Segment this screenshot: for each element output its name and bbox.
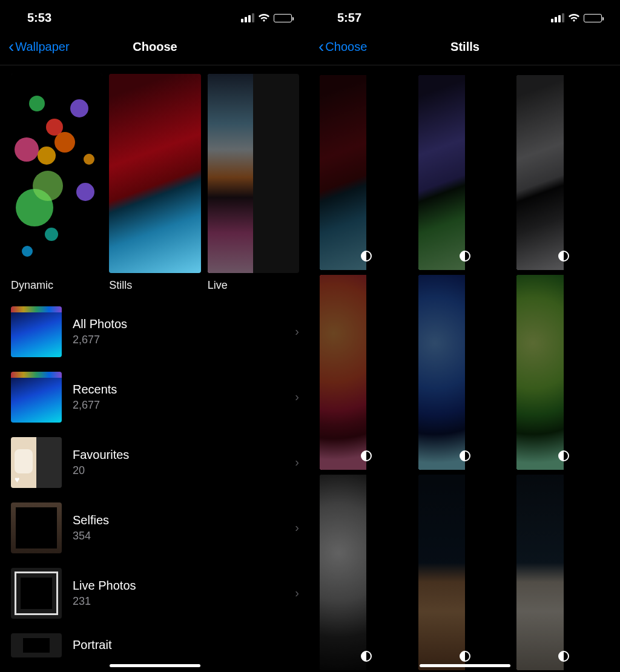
chevron-right-icon: › (295, 390, 310, 404)
album-title: All Photos (73, 317, 284, 331)
album-row-recents[interactable]: Recents 2,677 › (11, 364, 310, 430)
battery-icon (584, 14, 602, 22)
status-icons (241, 13, 292, 22)
wallpaper-tile[interactable] (418, 75, 512, 270)
album-count: 231 (73, 595, 284, 608)
chevron-right-icon: › (295, 586, 310, 600)
album-thumb (11, 633, 62, 657)
stills-grid (310, 65, 620, 670)
back-label: Wallpaper (15, 40, 69, 54)
album-row-favourites[interactable]: ♥ Favourites 20 › (11, 430, 310, 495)
appearance-icon (460, 651, 470, 662)
wallpaper-tile[interactable] (516, 275, 610, 470)
screen-choose: 5:53 ‹ Wallpaper Choose (0, 0, 310, 672)
appearance-icon (558, 251, 569, 262)
category-stills[interactable]: Stills (109, 74, 200, 292)
album-count: 2,677 (73, 334, 284, 346)
appearance-icon (460, 450, 470, 461)
appearance-icon (558, 450, 569, 461)
back-button[interactable]: ‹ Choose (318, 38, 367, 55)
appearance-icon (361, 450, 372, 461)
wifi-icon (568, 14, 580, 22)
album-thumb (11, 502, 62, 553)
album-title: Favourites (73, 448, 284, 462)
album-thumb (11, 372, 62, 423)
wallpaper-tile[interactable] (320, 75, 414, 270)
wallpaper-tile[interactable] (320, 475, 414, 670)
album-title: Portrait (73, 638, 310, 652)
status-bar: 5:53 (0, 0, 310, 31)
appearance-icon (460, 251, 470, 262)
album-title: Live Photos (73, 579, 284, 593)
category-live[interactable]: Live (208, 74, 299, 292)
album-row-all-photos[interactable]: All Photos 2,677 › (11, 299, 310, 364)
album-count: 20 (73, 464, 284, 477)
category-row: Dynamic Stills Live (0, 65, 310, 297)
nav-bar: ‹ Wallpaper Choose (0, 31, 310, 65)
album-row-live-photos[interactable]: Live Photos 231 › (11, 561, 310, 626)
status-time: 5:57 (337, 11, 361, 25)
status-time: 5:53 (27, 11, 51, 25)
chevron-right-icon: › (295, 521, 310, 535)
wallpaper-tile[interactable] (418, 475, 512, 670)
status-bar: 5:57 (310, 0, 620, 31)
home-indicator[interactable] (420, 664, 510, 667)
wallpaper-tile[interactable] (418, 275, 512, 470)
signal-icon (551, 13, 564, 22)
wallpaper-tile[interactable] (516, 75, 610, 270)
nav-bar: ‹ Choose Stills (310, 31, 620, 65)
category-label: Live (208, 279, 299, 292)
back-button[interactable]: ‹ Wallpaper (8, 38, 70, 55)
appearance-icon (558, 651, 569, 662)
category-dynamic[interactable]: Dynamic (11, 74, 102, 292)
album-title: Selfies (73, 513, 284, 527)
wifi-icon (258, 14, 270, 22)
page-title: Stills (450, 40, 480, 54)
album-row-portrait[interactable]: Portrait (11, 626, 310, 657)
back-label: Choose (325, 40, 367, 54)
chevron-right-icon: › (295, 324, 310, 338)
album-count: 354 (73, 530, 284, 542)
albums-list: All Photos 2,677 › Recents 2,677 › ♥ Fav… (0, 297, 310, 657)
category-label: Dynamic (11, 279, 102, 292)
chevron-left-icon: ‹ (8, 38, 14, 55)
album-row-selfies[interactable]: Selfies 354 › (11, 495, 310, 561)
wallpaper-tile[interactable] (516, 475, 610, 670)
chevron-right-icon: › (295, 455, 310, 469)
album-thumb: ♥ (11, 437, 62, 488)
appearance-icon (361, 651, 372, 662)
home-indicator[interactable] (110, 664, 200, 667)
heart-icon: ♥ (15, 475, 19, 484)
wallpaper-tile[interactable] (320, 275, 414, 470)
battery-icon (274, 14, 292, 22)
chevron-left-icon: ‹ (318, 38, 324, 55)
album-title: Recents (73, 383, 284, 397)
page-title: Choose (133, 40, 177, 54)
appearance-icon (361, 251, 372, 262)
screen-stills: 5:57 ‹ Choose Stills (310, 0, 620, 672)
album-thumb (11, 306, 62, 357)
album-thumb (11, 568, 62, 619)
signal-icon (241, 13, 254, 22)
status-icons (551, 13, 602, 22)
category-label: Stills (109, 279, 200, 292)
album-count: 2,677 (73, 399, 284, 412)
